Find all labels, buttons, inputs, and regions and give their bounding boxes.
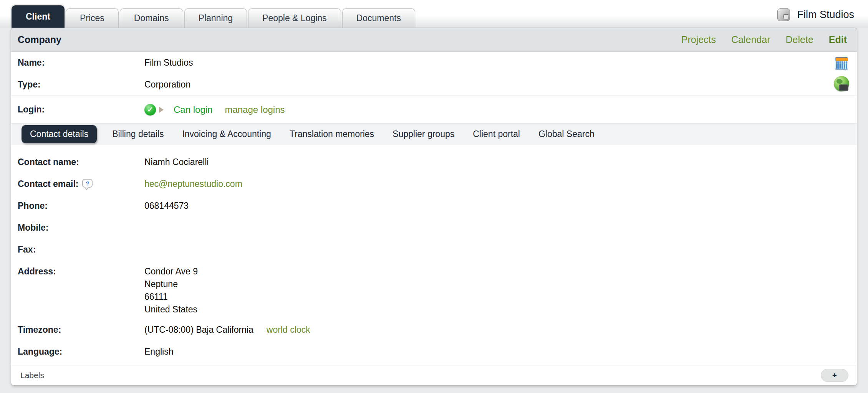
field-row-fax: Fax: — [11, 239, 857, 261]
login-label: Login: — [18, 104, 144, 115]
company-actions: Projects Calendar Delete Edit — [681, 34, 847, 45]
login-value: ✓ Can login manage logins — [144, 104, 285, 116]
subtab-client-portal[interactable]: Client portal — [464, 129, 529, 139]
address-line-city: Neptune — [144, 278, 198, 291]
address-line-street: Condor Ave 9 — [144, 265, 198, 278]
field-row-language: Language: English — [11, 341, 857, 363]
world-clock-icon[interactable] — [834, 76, 849, 91]
client-name-heading: Film Studios — [797, 9, 854, 21]
subtab-global-search[interactable]: Global Search — [529, 129, 604, 139]
sub-tab-bar: Contact details Billing details Invoicin… — [11, 123, 857, 145]
calendar-icon[interactable] — [835, 57, 848, 69]
contact-name-value: Niamh Cociarelli — [144, 157, 209, 167]
section-title: Company — [18, 34, 61, 45]
side-tool-icons — [834, 57, 849, 91]
calendar-icon-grid — [836, 61, 847, 69]
field-row-login: Login: ✓ Can login manage logins — [11, 96, 857, 123]
note-icon[interactable] — [777, 8, 790, 21]
subtab-supplier-groups[interactable]: Supplier groups — [383, 129, 464, 139]
projects-link[interactable]: Projects — [681, 34, 716, 45]
fax-label: Fax: — [18, 244, 144, 255]
world-clock-link[interactable]: world clock — [267, 325, 310, 335]
field-row-timezone: Timezone: (UTC-08:00) Baja California wo… — [11, 319, 857, 341]
login-status-text: Can login — [174, 104, 212, 115]
name-value: Film Studios — [144, 58, 193, 68]
tab-client[interactable]: Client — [12, 5, 65, 28]
calendar-icon-header — [835, 58, 848, 61]
phone-value: 068144573 — [144, 201, 189, 211]
tab-planning[interactable]: Planning — [184, 8, 247, 28]
contact-email-label-text: Contact email: — [18, 179, 78, 189]
tab-documents[interactable]: Documents — [342, 8, 415, 28]
company-header-bar: Company Projects Calendar Delete Edit — [11, 28, 857, 52]
calendar-link[interactable]: Calendar — [731, 34, 770, 45]
contact-email-label: Contact email: ? — [18, 179, 144, 189]
contact-details-section: Contact name: Niamh Cociarelli Contact e… — [11, 145, 857, 363]
delete-link[interactable]: Delete — [786, 34, 813, 45]
check-icon: ✓ — [144, 104, 156, 116]
address-line-zip: 66111 — [144, 291, 198, 303]
labels-title: Labels — [20, 371, 44, 380]
address-value: Condor Ave 9 Neptune 66111 United States — [144, 265, 198, 316]
tab-prices[interactable]: Prices — [66, 8, 119, 28]
phone-label: Phone: — [18, 201, 144, 211]
mobile-label: Mobile: — [18, 223, 144, 233]
labels-bar: Labels + — [11, 365, 857, 385]
field-row-address: Address: Condor Ave 9 Neptune 66111 Unit… — [11, 261, 857, 319]
client-brand: Film Studios — [777, 8, 854, 21]
address-label: Address: — [18, 266, 144, 277]
timezone-value-group: (UTC-08:00) Baja California world clock — [144, 325, 310, 335]
contact-name-label: Contact name: — [18, 157, 144, 167]
add-label-button[interactable]: + — [821, 369, 848, 382]
subtab-invoicing-accounting[interactable]: Invoicing & Accounting — [173, 129, 280, 139]
edit-link[interactable]: Edit — [829, 34, 847, 45]
field-row-contact-email: Contact email: ? hec@neptunestudio.com — [11, 173, 857, 195]
address-line-country: United States — [144, 303, 198, 316]
field-row-contact-name: Contact name: Niamh Cociarelli — [11, 151, 857, 173]
manage-logins-link[interactable]: manage logins — [225, 104, 285, 115]
expander-arrow-icon[interactable] — [159, 107, 164, 113]
main-tab-bar: Client Prices Domains Planning People & … — [0, 0, 868, 28]
tab-people-logins[interactable]: People & Logins — [248, 8, 341, 28]
tab-domains[interactable]: Domains — [120, 8, 183, 28]
timezone-value: (UTC-08:00) Baja California — [144, 325, 253, 335]
language-value: English — [144, 347, 173, 357]
language-label: Language: — [18, 347, 144, 357]
subtab-contact-details[interactable]: Contact details — [22, 125, 97, 143]
field-row-mobile: Mobile: — [11, 217, 857, 239]
subtab-translation-memories[interactable]: Translation memories — [280, 129, 383, 139]
type-value: Corporation — [144, 79, 190, 90]
field-row-phone: Phone: 068144573 — [11, 195, 857, 217]
company-panel: Company Projects Calendar Delete Edit Na… — [11, 28, 857, 386]
name-label: Name: — [18, 58, 144, 68]
field-row-type: Type: Corporation — [11, 74, 857, 96]
subtab-billing-details[interactable]: Billing details — [103, 129, 173, 139]
field-row-name: Name: Film Studios — [11, 52, 857, 74]
contact-email-link[interactable]: hec@neptunestudio.com — [144, 179, 242, 189]
help-icon[interactable]: ? — [82, 179, 93, 188]
type-label: Type: — [18, 79, 144, 90]
timezone-label: Timezone: — [18, 325, 144, 335]
